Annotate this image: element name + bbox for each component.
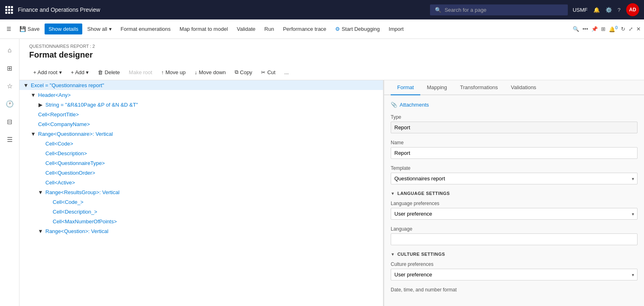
tree-toggle-icon[interactable]: ▼ bbox=[23, 82, 29, 88]
more-toolbar-button[interactable]: ... bbox=[280, 67, 293, 77]
tree-item[interactable]: Cell<Code> bbox=[19, 139, 383, 148]
type-input[interactable] bbox=[391, 122, 638, 133]
tree-item[interactable]: ▼Header<Any> bbox=[19, 90, 383, 100]
language-field-group: Language bbox=[391, 226, 638, 245]
split-icon[interactable]: ⊞ bbox=[601, 26, 605, 32]
show-all-button[interactable]: Show all ▾ bbox=[83, 24, 116, 34]
tree-item-label: Range<Questionnaire>: Vertical bbox=[38, 131, 113, 137]
expand-icon[interactable]: ⤢ bbox=[629, 26, 633, 32]
tree-item[interactable]: ▼Range<ResultsGroup>: Vertical bbox=[19, 187, 383, 197]
show-details-button[interactable]: Show details bbox=[45, 24, 83, 34]
tree-toggle-icon bbox=[37, 179, 44, 186]
map-format-button[interactable]: Map format to model bbox=[175, 24, 232, 34]
tree-item[interactable]: Cell<Description> bbox=[19, 148, 383, 158]
tree-toggle-icon[interactable]: ▶ bbox=[37, 101, 44, 108]
name-input[interactable] bbox=[391, 147, 638, 159]
grid-icon[interactable] bbox=[5, 6, 13, 14]
save-button[interactable]: 💾 Save bbox=[15, 24, 44, 34]
refresh-icon[interactable]: ↻ bbox=[621, 26, 625, 32]
content-area: QUESTIONNAIRES REPORT : 2 Format designe… bbox=[19, 39, 644, 306]
language-section-toggle[interactable]: ▼ bbox=[391, 191, 395, 196]
add-root-button[interactable]: + Add root ▾ bbox=[29, 67, 66, 77]
tab-format[interactable]: Format bbox=[391, 80, 420, 95]
pin-icon[interactable]: 📌 bbox=[591, 26, 598, 32]
add-root-chevron-icon: ▾ bbox=[59, 69, 62, 75]
workspaces-icon[interactable]: ⊟ bbox=[2, 113, 18, 130]
start-debugging-button[interactable]: ⚙ Start Debugging bbox=[331, 24, 384, 34]
list-icon[interactable]: ☰ bbox=[2, 131, 18, 148]
search-toolbar-icon[interactable]: 🔍 bbox=[573, 26, 579, 32]
tree-item[interactable]: Cell<Code_> bbox=[19, 197, 383, 207]
tree-toggle-icon bbox=[30, 121, 36, 127]
name-label: Name bbox=[391, 140, 638, 146]
svg-rect-3 bbox=[5, 9, 7, 11]
notification-count-icon[interactable]: 🔔0 bbox=[609, 25, 618, 32]
tree-item-label: Cell<Code_> bbox=[53, 199, 83, 205]
tree-toggle-icon[interactable]: ▼ bbox=[37, 189, 44, 195]
move-down-button[interactable]: ↓ Move down bbox=[190, 67, 230, 77]
tree-item[interactable]: ▼Range<Questionnaire>: Vertical bbox=[19, 129, 383, 139]
tree-toggle-icon bbox=[45, 199, 51, 205]
filter-icon[interactable]: ⊞ bbox=[2, 60, 18, 76]
cut-button[interactable]: ✂ Cut bbox=[257, 67, 279, 77]
template-select-wrapper: Questionnaires report ▾ bbox=[391, 173, 638, 184]
svg-rect-4 bbox=[8, 9, 10, 11]
attachments-link[interactable]: 📎 Attachments bbox=[391, 102, 638, 108]
breadcrumb: QUESTIONNAIRES REPORT : 2 bbox=[29, 44, 634, 49]
move-up-button[interactable]: ↑ Move up bbox=[157, 67, 190, 77]
home-icon[interactable]: ⌂ bbox=[2, 42, 18, 58]
global-search[interactable]: 🔍 Search for a page bbox=[430, 4, 568, 15]
move-down-icon: ↓ bbox=[195, 69, 197, 75]
recent-icon[interactable]: 🕐 bbox=[2, 96, 18, 112]
format-enumerations-button[interactable]: Format enumerations bbox=[117, 24, 175, 34]
template-label: Template bbox=[391, 165, 638, 171]
tree-item[interactable]: ▼Range<Question>: Vertical bbox=[19, 226, 383, 236]
tree-item[interactable]: Cell<Active> bbox=[19, 178, 383, 187]
language-preferences-select[interactable]: User preference en-US de-DE fr-FR bbox=[391, 208, 638, 220]
template-select[interactable]: Questionnaires report bbox=[391, 173, 638, 184]
tree-toggle-icon[interactable]: ▼ bbox=[30, 92, 36, 98]
avatar[interactable]: AD bbox=[626, 3, 639, 16]
search-placeholder: Search for a page bbox=[445, 7, 486, 13]
tree-toggle-icon[interactable]: ▼ bbox=[37, 228, 44, 234]
add-button[interactable]: + Add ▾ bbox=[67, 67, 93, 77]
tree-item[interactable]: Cell<QuestionnaireType> bbox=[19, 158, 383, 168]
tree-item[interactable]: Cell<ReportTitle> bbox=[19, 109, 383, 119]
tree-item[interactable]: ▼Excel = "Questionnaires report" bbox=[19, 80, 383, 90]
tree-toggle-icon[interactable]: ▼ bbox=[30, 131, 36, 137]
culture-preferences-select[interactable]: User preference en-US de-DE fr-FR bbox=[391, 269, 638, 280]
tree-item-label: Cell<Description> bbox=[45, 150, 87, 156]
svg-rect-2 bbox=[11, 6, 13, 8]
tab-transformations[interactable]: Transformations bbox=[454, 80, 504, 95]
type-field-group: Type bbox=[391, 114, 638, 133]
settings-icon[interactable]: ⚙️ bbox=[605, 7, 612, 13]
help-icon[interactable]: ? bbox=[618, 7, 620, 13]
tab-validations[interactable]: Validations bbox=[504, 80, 543, 95]
tree-item[interactable]: Cell<QuestionOrder> bbox=[19, 168, 383, 178]
favorites-icon[interactable]: ☆ bbox=[2, 78, 18, 94]
tree-item[interactable]: Cell<CompanyName> bbox=[19, 119, 383, 129]
tree-item[interactable]: Cell<MaxNumberOfPoints> bbox=[19, 216, 383, 226]
language-input[interactable] bbox=[391, 233, 638, 245]
notification-icon[interactable]: 🔔 bbox=[593, 7, 600, 13]
more-options-icon[interactable]: ••• bbox=[582, 26, 588, 32]
panel-tabs: Format Mapping Transformations Validatio… bbox=[384, 80, 644, 95]
validate-button[interactable]: Validate bbox=[233, 24, 259, 34]
performance-trace-button[interactable]: Performance trace bbox=[279, 24, 330, 34]
copy-button[interactable]: ⧉ Copy bbox=[231, 67, 256, 77]
tree-item[interactable]: Cell<Description_> bbox=[19, 207, 383, 216]
hamburger-button[interactable]: ☰ bbox=[3, 24, 15, 34]
save-icon: 💾 bbox=[19, 26, 26, 32]
tree-item[interactable]: ▶String = "&R&10Page &P of &N &D &T" bbox=[19, 100, 383, 109]
tree-toggle-icon bbox=[30, 111, 36, 118]
culture-section-toggle[interactable]: ▼ bbox=[391, 252, 395, 257]
top-nav-bar: Finance and Operations Preview 🔍 Search … bbox=[0, 0, 644, 19]
culture-settings-header: ▼ CULTURE SETTINGS bbox=[391, 252, 638, 257]
delete-button[interactable]: 🗑 Delete bbox=[94, 67, 124, 77]
run-button[interactable]: Run bbox=[260, 24, 278, 34]
tree-item-label: Range<ResultsGroup>: Vertical bbox=[45, 189, 120, 195]
tree-toggle-icon bbox=[45, 218, 51, 225]
import-button[interactable]: Import bbox=[385, 24, 408, 34]
close-icon[interactable]: ✕ bbox=[636, 26, 641, 32]
tab-mapping[interactable]: Mapping bbox=[420, 80, 454, 95]
